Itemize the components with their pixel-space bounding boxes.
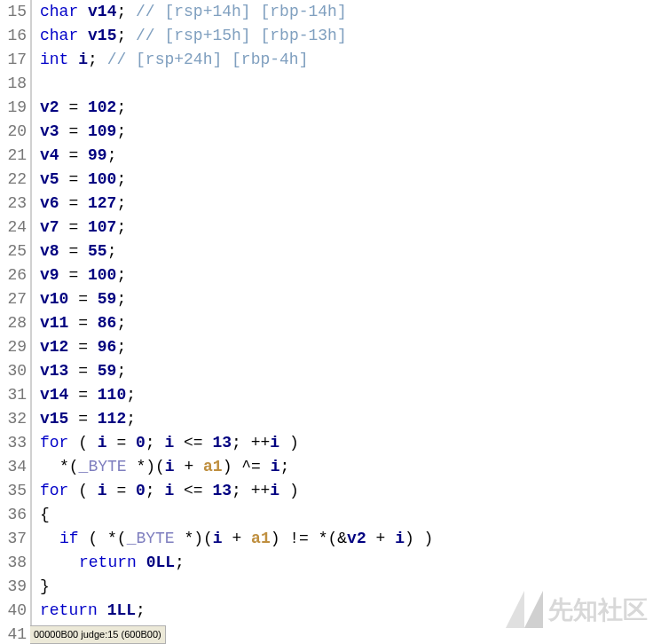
code-line[interactable]: v14 = 110; bbox=[30, 383, 136, 407]
line-number: 18 bbox=[0, 72, 27, 96]
number: 100 bbox=[88, 170, 116, 188]
identifier: i bbox=[270, 482, 279, 499]
keyword: char bbox=[40, 3, 78, 20]
keyword: return bbox=[79, 554, 137, 571]
keyword: for bbox=[40, 482, 68, 499]
line-number: 16 bbox=[0, 24, 27, 48]
comment: // [rsp+15h] [rbp-13h] bbox=[136, 27, 347, 44]
watermark-text: 先知社区 bbox=[548, 598, 648, 622]
line-number: 23 bbox=[0, 192, 27, 216]
code-line[interactable]: for ( i = 0; i <= 13; ++i ) bbox=[30, 431, 299, 455]
code-line[interactable]: v4 = 99; bbox=[30, 144, 116, 168]
identifier: v15 bbox=[40, 410, 68, 428]
identifier: i bbox=[164, 434, 174, 452]
identifier: i bbox=[98, 434, 107, 452]
code-line[interactable]: v11 = 86; bbox=[30, 311, 126, 335]
identifier: v4 bbox=[40, 146, 59, 164]
keyword: char bbox=[40, 27, 78, 44]
identifier: i bbox=[270, 434, 279, 452]
editor-viewport: 15 16 17 18 19 20 21 22 23 24 25 26 27 2… bbox=[0, 0, 653, 644]
code-line[interactable]: v15 = 112; bbox=[30, 407, 136, 431]
code-line[interactable]: v3 = 109; bbox=[30, 120, 126, 144]
line-number: 26 bbox=[0, 263, 27, 287]
number: 13 bbox=[212, 482, 232, 499]
identifier: v14 bbox=[40, 386, 68, 404]
code-line[interactable]: } bbox=[30, 575, 50, 599]
identifier: v15 bbox=[88, 27, 116, 44]
line-number: 27 bbox=[0, 287, 27, 311]
number: 0 bbox=[136, 434, 146, 452]
identifier: v11 bbox=[40, 314, 68, 332]
number: 99 bbox=[88, 146, 107, 164]
code-line[interactable]: return 0LL; bbox=[30, 551, 185, 575]
number: 96 bbox=[98, 338, 117, 356]
line-number: 25 bbox=[0, 240, 27, 263]
comment: // [rsp+14h] [rbp-14h] bbox=[136, 3, 347, 20]
code-line[interactable]: v7 = 107; bbox=[30, 216, 126, 240]
line-number: 36 bbox=[0, 503, 27, 527]
line-number: 29 bbox=[0, 335, 27, 359]
line-number: 17 bbox=[0, 48, 27, 72]
code-line[interactable]: v9 = 100; bbox=[30, 263, 126, 287]
code-line[interactable]: char v15; // [rsp+15h] [rbp-13h] bbox=[30, 24, 347, 48]
line-number: 19 bbox=[0, 96, 27, 120]
line-number: 24 bbox=[0, 216, 27, 240]
identifier: v9 bbox=[40, 266, 59, 284]
svg-marker-1 bbox=[524, 591, 543, 628]
keyword: return bbox=[40, 601, 98, 619]
code-line[interactable]: if ( *(_BYTE *)(i + a1) != *(&v2 + i) ) bbox=[30, 527, 433, 551]
code-line[interactable]: return 1LL; bbox=[30, 599, 146, 623]
keyword: int bbox=[40, 51, 68, 68]
number: 110 bbox=[98, 386, 126, 404]
identifier: v13 bbox=[40, 362, 68, 380]
line-number: 20 bbox=[0, 120, 27, 144]
number: 0LL bbox=[146, 554, 175, 571]
identifier: i bbox=[395, 530, 405, 547]
code-line[interactable]: v5 = 100; bbox=[30, 168, 126, 192]
number: 112 bbox=[98, 410, 126, 428]
code-line[interactable]: v6 = 127; bbox=[30, 192, 126, 216]
watermark-icon bbox=[506, 591, 543, 628]
code-line[interactable]: v12 = 96; bbox=[30, 335, 126, 359]
code-line[interactable]: v2 = 102; bbox=[30, 96, 126, 120]
number: 1LL bbox=[107, 601, 136, 619]
code-line[interactable]: { bbox=[30, 503, 50, 527]
code-line[interactable]: int i; // [rsp+24h] [rbp-4h] bbox=[30, 48, 308, 72]
identifier: v5 bbox=[40, 170, 59, 188]
identifier: i bbox=[213, 530, 223, 547]
number: 102 bbox=[88, 98, 116, 116]
parameter: a1 bbox=[203, 458, 223, 475]
line-number-gutter: 15 16 17 18 19 20 21 22 23 24 25 26 27 2… bbox=[0, 0, 30, 644]
code-line[interactable]: char v14; // [rsp+14h] [rbp-14h] bbox=[30, 0, 347, 24]
number: 59 bbox=[98, 290, 117, 308]
number: 0 bbox=[136, 482, 146, 499]
parameter: a1 bbox=[251, 530, 271, 547]
identifier: i bbox=[165, 458, 175, 475]
identifier: i bbox=[78, 51, 88, 68]
line-number: 15 bbox=[0, 0, 27, 24]
keyword: for bbox=[40, 434, 68, 452]
comment: // [rsp+24h] [rbp-4h] bbox=[107, 51, 309, 68]
line-number: 38 bbox=[0, 551, 27, 575]
line-number: 34 bbox=[0, 455, 27, 479]
code-line[interactable]: v13 = 59; bbox=[30, 359, 126, 383]
identifier: i bbox=[98, 482, 107, 499]
identifier: v3 bbox=[40, 122, 59, 140]
code-line[interactable]: v8 = 55; bbox=[30, 240, 116, 263]
line-number: 41 bbox=[0, 623, 27, 644]
svg-marker-0 bbox=[506, 591, 524, 628]
code-line[interactable]: for ( i = 0; i <= 13; ++i ) bbox=[30, 479, 299, 503]
type: _BYTE bbox=[127, 530, 175, 547]
number: 13 bbox=[212, 434, 232, 452]
watermark: 先知社区 bbox=[506, 591, 648, 628]
keyword: if bbox=[59, 530, 79, 547]
code-line[interactable]: v10 = 59; bbox=[30, 287, 126, 311]
line-number: 35 bbox=[0, 479, 27, 503]
number: 107 bbox=[88, 218, 116, 236]
line-number: 37 bbox=[0, 527, 27, 551]
identifier: v14 bbox=[88, 3, 116, 20]
code-line[interactable]: *(_BYTE *)(i + a1) ^= i; bbox=[30, 455, 289, 479]
identifier: i bbox=[164, 482, 174, 499]
identifier: v10 bbox=[40, 290, 68, 308]
type: _BYTE bbox=[79, 458, 127, 475]
